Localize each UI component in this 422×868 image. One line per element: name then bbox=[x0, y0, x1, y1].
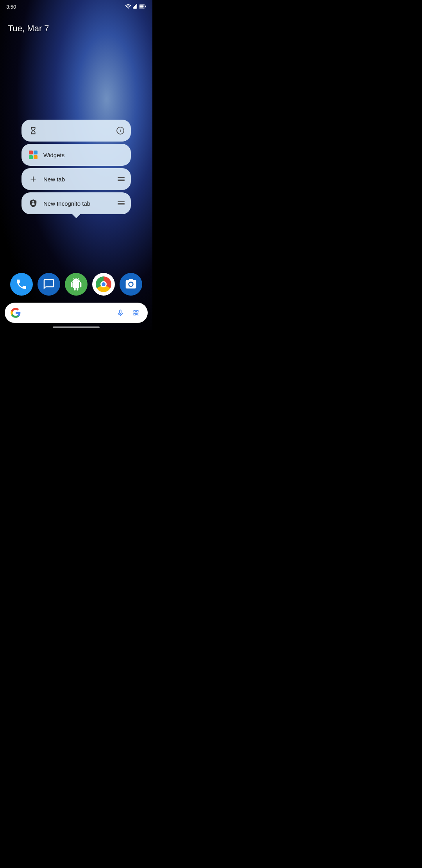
wifi-icon bbox=[125, 4, 131, 9]
svg-point-0 bbox=[128, 8, 129, 9]
status-bar: 3:50 bbox=[0, 0, 152, 11]
widgets-item[interactable]: Widgets bbox=[21, 144, 131, 166]
google-logo bbox=[10, 307, 21, 318]
status-time: 3:50 bbox=[6, 4, 16, 10]
widgets-label: Widgets bbox=[43, 152, 125, 158]
dock bbox=[0, 273, 152, 296]
dock-app-camera[interactable] bbox=[120, 273, 142, 296]
battery-icon bbox=[139, 4, 146, 9]
dock-app-messages[interactable] bbox=[38, 273, 60, 296]
svg-rect-6 bbox=[145, 5, 146, 7]
date-label: Tue, Mar 7 bbox=[8, 23, 49, 34]
dock-app-chrome[interactable] bbox=[92, 273, 115, 296]
dock-app-android[interactable] bbox=[65, 273, 88, 296]
drag-handle-new-tab[interactable] bbox=[118, 177, 125, 181]
new-incognito-tab-item[interactable]: New Incognito tab bbox=[21, 192, 131, 214]
app-info-item[interactable]: i bbox=[21, 120, 131, 142]
search-bar[interactable] bbox=[5, 303, 148, 323]
info-icon[interactable]: i bbox=[116, 126, 125, 135]
incognito-icon bbox=[28, 198, 39, 209]
nav-bar bbox=[0, 325, 152, 330]
google-lens-button[interactable] bbox=[130, 307, 142, 319]
new-incognito-tab-label: New Incognito tab bbox=[43, 200, 116, 207]
plus-icon bbox=[28, 174, 39, 185]
hourglass-icon bbox=[28, 125, 39, 136]
svg-rect-1 bbox=[133, 7, 134, 9]
new-tab-item[interactable]: New tab bbox=[21, 168, 131, 190]
svg-rect-7 bbox=[140, 5, 144, 7]
drag-handle-incognito-tab[interactable] bbox=[118, 201, 125, 205]
voice-search-button[interactable] bbox=[114, 307, 127, 319]
new-tab-label: New tab bbox=[43, 176, 116, 183]
widgets-icon bbox=[28, 149, 39, 160]
svg-rect-2 bbox=[134, 6, 135, 9]
dock-app-phone[interactable] bbox=[10, 273, 33, 296]
context-menu: i Widgets New tab bbox=[21, 120, 131, 217]
status-icons bbox=[125, 4, 146, 9]
svg-rect-4 bbox=[136, 4, 137, 9]
nav-pill bbox=[53, 326, 100, 328]
svg-rect-3 bbox=[135, 5, 136, 9]
signal-icon bbox=[133, 4, 138, 9]
